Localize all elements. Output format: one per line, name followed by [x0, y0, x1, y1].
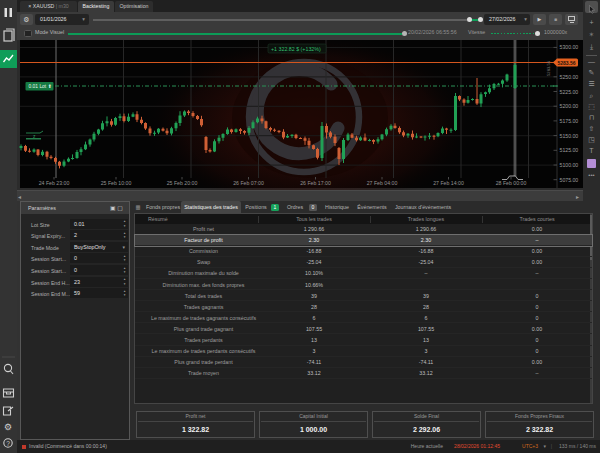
svg-text:5283.56: 5283.56	[558, 60, 576, 66]
svg-text:25 Feb 20:00: 25 Feb 20:00	[167, 180, 198, 186]
svg-text:0.01 Lot ⬆: 0.01 Lot ⬆	[29, 84, 52, 89]
svg-text:24 Feb 23:00: 24 Feb 23:00	[39, 180, 70, 186]
svg-text:26 Feb 17:00: 26 Feb 17:00	[300, 180, 331, 186]
svg-text:5125.00: 5125.00	[560, 147, 579, 153]
svg-text:?: ?	[6, 440, 10, 447]
svg-text:5250.00: 5250.00	[560, 74, 579, 80]
svg-text:26 Feb 07:00: 26 Feb 07:00	[233, 180, 264, 186]
svg-text:5200.00: 5200.00	[560, 103, 579, 109]
svg-text:27 Feb 04:00: 27 Feb 04:00	[367, 180, 398, 186]
svg-text:5283.56: 5283.56	[546, 60, 551, 76]
svg-text:5300.00: 5300.00	[560, 44, 579, 50]
svg-text:27 Feb 14:00: 27 Feb 14:00	[433, 180, 464, 186]
svg-text:5075.00: 5075.00	[560, 177, 579, 183]
svg-text:5225.00: 5225.00	[560, 89, 579, 95]
svg-text:28 Feb 00:00: 28 Feb 00:00	[496, 180, 527, 186]
svg-text:5175.00: 5175.00	[560, 118, 579, 124]
svg-text:⚙: ⚙	[4, 422, 12, 432]
svg-text:25 Feb 10:00: 25 Feb 10:00	[101, 180, 132, 186]
svg-text:5100.00: 5100.00	[560, 162, 579, 168]
svg-text:+1 322.82 $ (+132%): +1 322.82 $ (+132%)	[271, 46, 321, 52]
svg-text:5150.00: 5150.00	[560, 133, 579, 139]
